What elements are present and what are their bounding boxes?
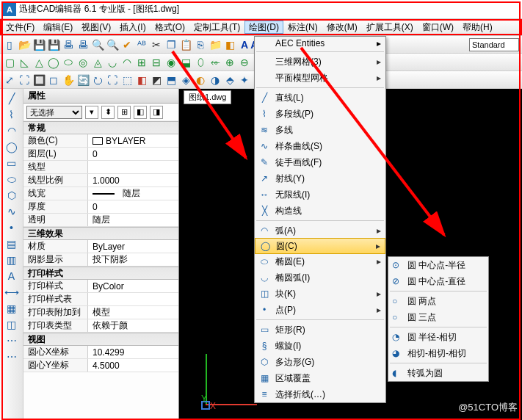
menu-point[interactable]: •点(P)▸ — [255, 302, 385, 318]
loft-icon[interactable]: ⬯ — [194, 56, 207, 69]
group-view[interactable]: 视图 — [23, 333, 178, 346]
prop-ltscale-value[interactable]: 1.0000 — [88, 174, 178, 187]
prop-ltype-value[interactable] — [88, 161, 178, 173]
sweep-icon[interactable]: ⬰ — [209, 56, 222, 69]
dock-line-icon[interactable]: ╱ — [5, 92, 18, 105]
menu-circle[interactable]: ◯圆(C)▸ — [255, 238, 385, 254]
zoom3-icon[interactable]: 🔲 — [32, 73, 46, 87]
copy-icon[interactable]: ❐ — [164, 38, 178, 51]
prop-color-value[interactable]: BYLAYER — [106, 136, 145, 146]
group-print[interactable]: 打印样式 — [23, 267, 178, 280]
circle-ttt[interactable]: ◕相切-相切-相切 — [388, 345, 488, 361]
dock-ellipse-icon[interactable]: ⬭ — [5, 173, 18, 186]
find-icon[interactable]: 🔍 — [106, 38, 119, 51]
print-icon[interactable]: 🖶 — [62, 38, 75, 51]
prop-cy-value[interactable]: 4.5000 — [88, 359, 178, 372]
menu-aec[interactable]: AEC Entities▸ — [255, 37, 385, 50]
dock-more2-icon[interactable]: ⋯ — [5, 350, 18, 363]
solid-dish-icon[interactable]: ◡ — [106, 56, 119, 69]
menu-help[interactable]: 帮助(H) — [458, 21, 497, 34]
dock-arc-icon[interactable]: ◠ — [5, 124, 18, 137]
zoom2-icon[interactable]: ⛶ — [18, 73, 31, 87]
menu-multiline[interactable]: ≋多线 — [255, 122, 385, 138]
dock-table-icon[interactable]: ▦ — [5, 302, 18, 315]
cut-icon[interactable]: ✂ — [150, 38, 163, 51]
misc2-icon[interactable]: ⬒ — [164, 73, 178, 87]
preview-icon[interactable]: 🔍 — [91, 38, 104, 51]
prop-shadow-value[interactable]: 投下阴影 — [88, 253, 178, 266]
solid-box-icon[interactable]: ▢ — [3, 56, 16, 69]
menu-infline[interactable]: ↔无限线(I) — [255, 187, 385, 203]
tag-icon[interactable]: ◧ — [223, 38, 236, 51]
solid-pyramid-icon[interactable]: ◬ — [91, 56, 104, 69]
misc4-icon[interactable]: ◐ — [194, 73, 207, 87]
circle-center-radius[interactable]: ⊙圆 中心点-半径 — [388, 257, 488, 273]
menu-extras[interactable]: ≡选择折线(…) — [255, 386, 385, 402]
dock-rect-icon[interactable]: ▭ — [5, 156, 18, 170]
prop-pstp-value[interactable]: 依赖于颜 — [88, 319, 178, 332]
pal-btn2[interactable]: ⬍ — [101, 106, 115, 119]
prop-ps-value[interactable]: ByColor — [88, 280, 178, 292]
menu-annotate[interactable]: 标注(N) — [283, 21, 322, 34]
dock-point-icon[interactable]: • — [5, 221, 18, 234]
menu-mesh3d[interactable]: 三维网格(3)▸ — [255, 54, 385, 70]
orbit-icon[interactable]: 🔄 — [76, 73, 90, 87]
prop-cx-value[interactable]: 10.4299 — [88, 346, 178, 358]
selection-combo[interactable]: 无选择 — [26, 106, 82, 119]
solid-wedge-icon[interactable]: ◺ — [18, 56, 31, 69]
menu-flatmodel[interactable]: 平面模型网格▸ — [255, 70, 385, 86]
pal-btn3[interactable]: ⊞ — [117, 106, 131, 119]
solid-dome-icon[interactable]: ◠ — [120, 56, 134, 69]
dock-circle-icon[interactable]: ◯ — [5, 140, 18, 153]
dock-polygon-icon[interactable]: ⬡ — [5, 189, 18, 202]
3dorbit-icon[interactable]: ⭮ — [91, 73, 104, 87]
misc7-icon[interactable]: ✦ — [238, 73, 251, 87]
solid-cone-icon[interactable]: △ — [32, 56, 46, 69]
menu-file[interactable]: 文件(F) — [1, 21, 39, 34]
canvas-tab[interactable]: 图纸1.dwg — [184, 90, 231, 104]
menu-spline[interactable]: ∿样条曲线(S) — [255, 138, 385, 154]
menu-freehand[interactable]: ✎徒手画线(F) — [255, 154, 385, 170]
prop-psa-value[interactable]: 模型 — [88, 306, 178, 319]
layer-icon[interactable]: ◧ — [135, 73, 148, 87]
menu-line[interactable]: ╱直线(L) — [255, 90, 385, 106]
clone-icon[interactable]: ⎘ — [194, 38, 207, 51]
zoom4-icon[interactable]: ◻ — [47, 73, 60, 87]
menu-cline[interactable]: ╳构造线 — [255, 203, 385, 219]
circle-rad-tan[interactable]: ◔圆 半径-相切 — [388, 329, 488, 345]
print2-icon[interactable]: 🖶 — [76, 38, 90, 51]
prop-pst-value[interactable] — [88, 293, 178, 305]
dock-dim-icon[interactable]: ⟷ — [5, 286, 18, 299]
circle-center-diameter[interactable]: ⊘圆 中心点-直径 — [388, 273, 488, 289]
solid-torus-icon[interactable]: ◎ — [76, 56, 90, 69]
saveall-icon[interactable]: 💾 — [47, 38, 60, 51]
prop-lweight-value[interactable]: 随层 — [123, 187, 140, 200]
pal-btn5[interactable]: ◨ — [150, 106, 163, 119]
mesh2-icon[interactable]: ⊟ — [150, 56, 163, 69]
spell-icon[interactable]: ✔ — [120, 38, 134, 51]
union-icon[interactable]: ⊕ — [223, 56, 236, 69]
dock-pline-icon[interactable]: ⌇ — [5, 108, 18, 121]
save-icon[interactable]: 💾 — [32, 38, 46, 51]
solid-cyl-icon[interactable]: ⬭ — [62, 56, 75, 69]
circle-3pt[interactable]: ○圆 三点 — [388, 309, 488, 325]
menu-polyline[interactable]: ⌇多段线(P) — [255, 106, 385, 122]
menu-insert[interactable]: 插入(I) — [115, 21, 150, 34]
prop-layer-value[interactable]: 0 — [88, 148, 178, 160]
arc-to-circle[interactable]: ◖转弧为圆 — [388, 365, 488, 381]
dock-block-icon[interactable]: ◫ — [5, 318, 18, 331]
menu-draw[interactable]: 绘图(D) — [244, 21, 283, 34]
menu-spiral[interactable]: §螺旋(I) — [255, 338, 385, 354]
menu-modify[interactable]: 修改(M) — [322, 21, 362, 34]
pan-icon[interactable]: ✋ — [62, 73, 75, 87]
new-icon[interactable]: ▯ — [3, 38, 16, 51]
misc1-icon[interactable]: ◩ — [150, 73, 163, 87]
group-general[interactable]: 常规 — [23, 121, 178, 134]
menu-ellipse[interactable]: ⬭椭圆(E)▸ — [255, 253, 385, 269]
menu-rect[interactable]: ▭矩形(R) — [255, 322, 385, 338]
dock-hatch-icon[interactable]: ▤ — [5, 237, 18, 250]
menu-extend[interactable]: 扩展工具(X) — [362, 21, 418, 34]
misc6-icon[interactable]: ⬘ — [223, 73, 236, 87]
revolve-icon[interactable]: ◉ — [164, 56, 178, 69]
dock-region-icon[interactable]: ▥ — [5, 253, 18, 267]
